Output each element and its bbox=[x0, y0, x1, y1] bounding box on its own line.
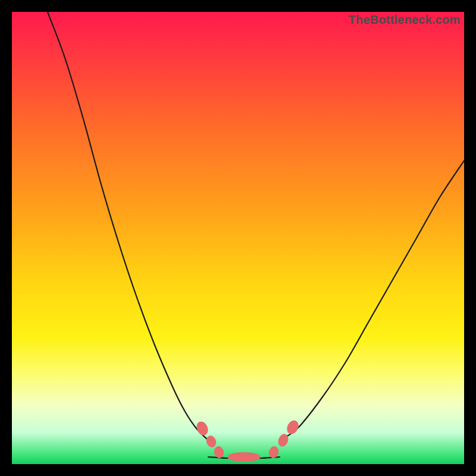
watermark-text: TheBottleneck.com bbox=[349, 13, 461, 27]
valley-marker-0 bbox=[195, 419, 210, 437]
right-curve bbox=[280, 161, 464, 440]
chart-frame: TheBottleneck.com bbox=[0, 0, 476, 476]
plot-area: TheBottleneck.com bbox=[12, 12, 464, 464]
curve-layer bbox=[12, 12, 464, 464]
valley-marker-3 bbox=[227, 452, 261, 462]
valley-marker-5 bbox=[276, 433, 290, 448]
valley-marker-1 bbox=[205, 434, 218, 449]
left-curve bbox=[48, 12, 208, 440]
valley-markers bbox=[195, 418, 301, 462]
